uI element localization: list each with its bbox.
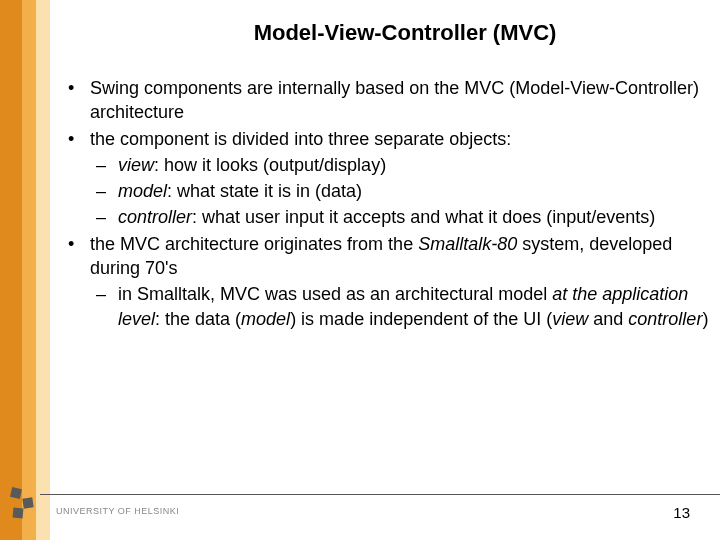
- bullet-item: the MVC architecture originates from the…: [60, 232, 710, 331]
- term-model: model: [118, 181, 167, 201]
- sub-item: model: what state it is in (data): [90, 179, 710, 203]
- term-controller: controller: [118, 207, 192, 227]
- bullet-list: Swing components are internally based on…: [60, 76, 710, 331]
- sub-item: in Smalltalk, MVC was used as an archite…: [90, 282, 710, 331]
- sidebar-accent: [0, 0, 50, 540]
- term-smalltalk: Smalltalk-80: [418, 234, 517, 254]
- bullet-item: the component is divided into three sepa…: [60, 127, 710, 230]
- bullet-text: Swing components are internally based on…: [90, 78, 699, 122]
- footer-divider: [40, 494, 720, 495]
- university-logo-icon: [5, 486, 45, 526]
- sub-list: view: how it looks (output/display) mode…: [90, 153, 710, 230]
- university-label: UNIVERSITY OF HELSINKI: [56, 506, 179, 516]
- bullet-text: the component is divided into three sepa…: [90, 129, 511, 149]
- slide-title: Model-View-Controller (MVC): [60, 20, 710, 46]
- slide-content: Model-View-Controller (MVC) Swing compon…: [60, 20, 710, 333]
- sub-list: in Smalltalk, MVC was used as an archite…: [90, 282, 710, 331]
- bullet-item: Swing components are internally based on…: [60, 76, 710, 125]
- sub-item: controller: what user input it accepts a…: [90, 205, 710, 229]
- footer: UNIVERSITY OF HELSINKI 13: [0, 494, 720, 534]
- term-view: view: [118, 155, 154, 175]
- page-number: 13: [673, 504, 690, 521]
- sub-item: view: how it looks (output/display): [90, 153, 710, 177]
